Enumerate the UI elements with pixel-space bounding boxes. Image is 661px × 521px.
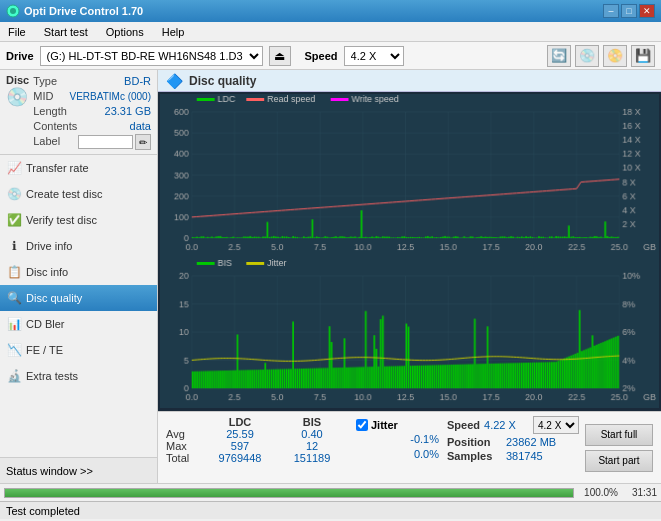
sidebar-item-extra-tests[interactable]: 🔬 Extra tests xyxy=(0,363,157,389)
buttons-section: Start full Start part xyxy=(585,416,653,479)
sidebar-item-label-drive-info: Drive info xyxy=(26,240,72,252)
stats-ldc-max: 597 xyxy=(204,440,276,452)
jitter-section: Jitter -0.1% 0.0% xyxy=(356,416,439,479)
label-edit-button[interactable]: ✏ xyxy=(135,134,151,150)
speed-label: Speed xyxy=(305,50,338,62)
start-part-button[interactable]: Start part xyxy=(585,450,653,472)
stats-ldc-total: 9769448 xyxy=(204,452,276,464)
sidebar-item-disc-quality[interactable]: 🔍 Disc quality xyxy=(0,285,157,311)
speed-val: 4.22 X xyxy=(484,419,529,431)
stats-row-total: Total 9769448 151189 xyxy=(166,452,348,464)
stats-header-blank xyxy=(166,416,204,428)
title-bar-left: Opti Drive Control 1.70 xyxy=(6,4,143,18)
sidebar-item-cd-bler[interactable]: 📊 CD Bler xyxy=(0,311,157,337)
verify-test-icon: ✅ xyxy=(6,213,22,227)
speed-dropdown[interactable]: 4.2 X xyxy=(533,416,579,434)
drive-label: Drive xyxy=(6,50,34,62)
start-full-button[interactable]: Start full xyxy=(585,424,653,446)
app-icon xyxy=(6,4,20,18)
progress-time: 31:31 xyxy=(622,487,657,498)
status-window-button[interactable]: Status window >> xyxy=(0,457,157,483)
chart-top xyxy=(160,94,659,258)
disc-quality-icon: 🔍 xyxy=(6,291,22,305)
content-header-title: Disc quality xyxy=(189,74,256,88)
stats-row-avg: Avg 25.59 0.40 xyxy=(166,428,348,440)
sidebar-item-create-test[interactable]: 💿 Create test disc xyxy=(0,181,157,207)
svg-point-1 xyxy=(10,8,16,14)
disc2-icon-btn[interactable]: 📀 xyxy=(603,45,627,67)
progress-bar xyxy=(4,488,574,498)
disc-key-label: Label xyxy=(33,134,60,150)
menu-start-test[interactable]: Start test xyxy=(40,24,92,40)
sidebar-item-verify-test[interactable]: ✅ Verify test disc xyxy=(0,207,157,233)
content-area: 🔷 Disc quality LDC BIS Avg 25.59 0.40 xyxy=(158,70,661,483)
status-window-label: Status window >> xyxy=(6,465,93,477)
content-header: 🔷 Disc quality xyxy=(158,70,661,92)
disc-val-type: BD-R xyxy=(124,74,151,89)
disc-label-group: ✏ xyxy=(78,134,151,150)
progress-area: 100.0% 31:31 xyxy=(0,483,661,501)
refresh-button[interactable]: 🔄 xyxy=(547,45,571,67)
menu-file[interactable]: File xyxy=(4,24,30,40)
app-title: Opti Drive Control 1.70 xyxy=(24,5,143,17)
stats-bis-avg: 0.40 xyxy=(276,428,348,440)
title-bar: Opti Drive Control 1.70 – □ ✕ xyxy=(0,0,661,22)
status-text: Test completed xyxy=(6,505,80,517)
disc-label-input[interactable] xyxy=(78,135,133,149)
sidebar-item-disc-info[interactable]: 📋 Disc info xyxy=(0,259,157,285)
jitter-avg: -0.1% xyxy=(356,433,439,448)
transfer-rate-icon: 📈 xyxy=(6,161,22,175)
nav-items: 📈 Transfer rate 💿 Create test disc ✅ Ver… xyxy=(0,155,157,457)
main-layout: Disc 💿 Type BD-R MID VERBATIMc (000) Len… xyxy=(0,70,661,483)
sidebar-item-label-verify-test: Verify test disc xyxy=(26,214,97,226)
progress-bar-fill xyxy=(5,489,573,497)
sidebar-item-label-cd-bler: CD Bler xyxy=(26,318,65,330)
maximize-button[interactable]: □ xyxy=(621,4,637,18)
stats-headers: LDC BIS xyxy=(166,416,348,428)
drive-select[interactable]: (G:) HL-DT-ST BD-RE WH16NS48 1.D3 xyxy=(40,46,263,66)
sidebar-item-label-disc-quality: Disc quality xyxy=(26,292,82,304)
close-button[interactable]: ✕ xyxy=(639,4,655,18)
disc-panel-title: Disc xyxy=(6,74,29,86)
sidebar-item-label-transfer-rate: Transfer rate xyxy=(26,162,89,174)
sidebar-item-label-disc-info: Disc info xyxy=(26,266,68,278)
sidebar-item-transfer-rate[interactable]: 📈 Transfer rate xyxy=(0,155,157,181)
disc-info-table: Type BD-R MID VERBATIMc (000) Length 23.… xyxy=(33,74,151,150)
stats-header-ldc: LDC xyxy=(204,416,276,428)
jitter-total xyxy=(356,464,439,479)
eject-button[interactable]: ⏏ xyxy=(269,46,291,66)
minimize-button[interactable]: – xyxy=(603,4,619,18)
disc-panel-icon: 💿 xyxy=(6,86,29,108)
window-controls: – □ ✕ xyxy=(603,4,655,18)
drive-info-icon: ℹ xyxy=(6,239,22,253)
speed-select[interactable]: 4.2 X xyxy=(344,46,404,66)
jitter-label: Jitter xyxy=(371,419,398,431)
extra-tests-icon: 🔬 xyxy=(6,369,22,383)
disc-row-mid: MID VERBATIMc (000) xyxy=(33,89,151,104)
sidebar-item-fe-te[interactable]: 📉 FE / TE xyxy=(0,337,157,363)
disc-key-type: Type xyxy=(33,74,57,89)
drive-icons: 🔄 💿 📀 💾 xyxy=(547,45,655,67)
position-label: Position xyxy=(447,436,502,448)
save-button[interactable]: 💾 xyxy=(631,45,655,67)
menu-bar: File Start test Options Help xyxy=(0,22,661,42)
drive-bar: Drive (G:) HL-DT-ST BD-RE WH16NS48 1.D3 … xyxy=(0,42,661,70)
bottom-status: Test completed xyxy=(0,501,661,519)
stats-label-total: Total xyxy=(166,452,204,464)
disc-val-contents: data xyxy=(130,119,151,134)
jitter-header: Jitter xyxy=(356,416,439,433)
disc-icon-btn[interactable]: 💿 xyxy=(575,45,599,67)
jitter-checkbox[interactable] xyxy=(356,419,368,431)
disc-panel: Disc 💿 Type BD-R MID VERBATIMc (000) Len… xyxy=(0,70,157,155)
disc-key-contents: Contents xyxy=(33,119,77,134)
stats-label-max: Max xyxy=(166,440,204,452)
disc-row-type: Type BD-R xyxy=(33,74,151,89)
sidebar-item-drive-info[interactable]: ℹ Drive info xyxy=(0,233,157,259)
samples-label: Samples xyxy=(447,450,502,462)
cd-bler-icon: 📊 xyxy=(6,317,22,331)
menu-options[interactable]: Options xyxy=(102,24,148,40)
stats-ldc-bis: LDC BIS Avg 25.59 0.40 Max 597 12 Total … xyxy=(166,416,348,479)
menu-help[interactable]: Help xyxy=(158,24,189,40)
create-test-icon: 💿 xyxy=(6,187,22,201)
chart-bottom xyxy=(160,258,659,409)
